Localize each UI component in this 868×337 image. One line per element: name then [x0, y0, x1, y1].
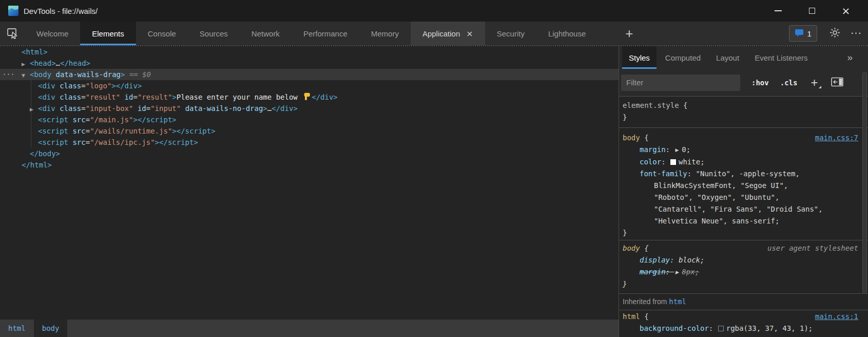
style-line[interactable]: margin: ▶0;: [623, 144, 858, 156]
dom-tree-row[interactable]: ▶<head>…</head>: [0, 58, 619, 69]
code-token: <script: [38, 138, 68, 146]
code-token: …: [56, 59, 60, 67]
dom-tree-row[interactable]: ▶<div class="input-box" id="input" data-…: [0, 103, 619, 114]
tab-lighthouse[interactable]: Lighthouse: [536, 22, 597, 45]
tab-security[interactable]: Security: [485, 22, 536, 45]
dom-tree-row[interactable]: <html>: [0, 46, 619, 58]
inspect-element-button[interactable]: [0, 22, 25, 45]
code-token: white;: [679, 158, 705, 166]
tab-welcome[interactable]: Welcome: [25, 22, 80, 45]
expand-node-icon[interactable]: ▶: [30, 104, 38, 115]
collapse-node-icon[interactable]: ▼: [22, 70, 30, 81]
style-line[interactable]: Inherited from html: [623, 296, 858, 308]
code-token: ></div>: [111, 82, 142, 90]
code-token: }: [623, 229, 627, 237]
code-token: {: [679, 101, 688, 109]
code-token: "Nunito", -apple-system,: [696, 170, 800, 178]
breadcrumb-item-body[interactable]: body: [34, 320, 68, 337]
style-line[interactable]: text-align: center;: [623, 334, 858, 337]
devtools-tabbar: WelcomeElementsConsoleSourcesNetworkPerf…: [0, 22, 868, 45]
tab-performance[interactable]: Performance: [292, 22, 359, 45]
color-swatch[interactable]: [718, 326, 724, 331]
toggle-pseudo-state-button[interactable]: :hov: [751, 79, 769, 87]
expand-value-icon: ▶: [675, 270, 679, 275]
tab-memory[interactable]: Memory: [359, 22, 411, 45]
code-token: {: [640, 244, 649, 252]
breadcrumb-item-html[interactable]: html: [0, 320, 34, 337]
tab-sources[interactable]: Sources: [188, 22, 240, 45]
tab-elements[interactable]: Elements: [80, 22, 136, 45]
code-token: =: [133, 93, 137, 101]
code-token: html: [669, 297, 686, 306]
stylesheet-source-link[interactable]: main.css:1: [815, 311, 858, 323]
tab-application[interactable]: Application×: [411, 22, 485, 45]
code-token: =: [81, 104, 85, 113]
more-tabs-button[interactable]: +: [619, 22, 639, 45]
style-line[interactable]: font-family: "Nunito", -apple-system,: [623, 168, 858, 180]
sidebar-more-tabs-button[interactable]: »: [847, 46, 853, 69]
styles-scrollbar[interactable]: [862, 72, 867, 294]
style-line[interactable]: "Cantarell", "Fira Sans", "Droid Sans",: [623, 203, 858, 215]
style-line[interactable]: }: [623, 111, 858, 123]
style-line[interactable]: color: white;: [623, 156, 858, 168]
dom-tree-row[interactable]: <script src="/wails/runtime.js"></script…: [0, 125, 619, 137]
tab-network[interactable]: Network: [240, 22, 292, 45]
new-style-rule-button[interactable]: +: [811, 76, 818, 90]
indent-spacer: [13, 99, 30, 100]
style-line[interactable]: "Helvetica Neue", sans-serif;: [623, 215, 858, 227]
settings-button[interactable]: [830, 27, 840, 40]
close-tab-icon[interactable]: ×: [466, 29, 473, 39]
expand-node-icon[interactable]: ▶: [22, 59, 30, 70]
code-token: src: [68, 116, 86, 124]
tab-console[interactable]: Console: [136, 22, 188, 45]
style-line[interactable]: body {main.css:7: [623, 132, 858, 144]
styles-filter-input[interactable]: [621, 74, 740, 91]
code-token: >: [263, 104, 267, 113]
code-token: </head>: [60, 59, 90, 67]
style-line[interactable]: }: [623, 227, 858, 239]
dom-tree-row[interactable]: ···▼<body data-wails-drag> == $0: [0, 69, 619, 80]
code-token: body: [623, 244, 640, 252]
dom-tree-row[interactable]: </body>: [0, 148, 619, 159]
code-token: <script: [38, 127, 68, 135]
toggle-element-classes-button[interactable]: .cls: [780, 79, 798, 87]
element-style-rule: element.style {}: [619, 97, 868, 128]
devtools-app-icon: [8, 6, 18, 16]
dom-tree-row[interactable]: <div class="result" id="result">Please e…: [0, 91, 619, 103]
expand-value-icon: ▶: [675, 147, 679, 153]
style-line[interactable]: display: block;: [623, 254, 858, 266]
styles-toolbar: :hov .cls +: [619, 69, 868, 97]
color-swatch[interactable]: [670, 159, 676, 165]
code-token: </div>: [312, 93, 338, 101]
style-line[interactable]: body {user agent stylesheet: [623, 242, 858, 254]
sidebar-tab-layout[interactable]: Layout: [709, 46, 746, 69]
style-line[interactable]: element.style {: [623, 100, 858, 111]
style-line[interactable]: background-color: rgba(33, 37, 43, 1);: [623, 323, 858, 334]
dom-tree-row[interactable]: <div class="logo"></div>: [0, 80, 619, 91]
code-token: "/wails/runtime.js": [90, 127, 172, 135]
style-line[interactable]: BlinkMacSystemFont, "Segoe UI",: [623, 180, 858, 192]
sidebar-tab-event-listeners[interactable]: Event Listeners: [748, 46, 814, 69]
titlebar: DevTools - file://wails/ ×: [0, 0, 868, 22]
minimize-button[interactable]: [766, 0, 790, 22]
feedback-badge-button[interactable]: 1: [789, 25, 817, 42]
code-token: }: [623, 113, 627, 121]
sidebar-tab-styles[interactable]: Styles: [622, 46, 657, 69]
badge-count: 1: [807, 29, 812, 38]
style-line[interactable]: html {main.css:1: [623, 311, 858, 323]
style-line[interactable]: margin: ▶8px;: [623, 266, 858, 278]
style-line[interactable]: }: [623, 278, 858, 290]
close-button[interactable]: ×: [834, 0, 858, 22]
style-line[interactable]: "Roboto", "Oxygen", "Ubuntu",: [623, 192, 858, 203]
more-options-button[interactable]: ···: [851, 27, 862, 40]
row-actions-icon[interactable]: ···: [2, 69, 14, 80]
stylesheet-source-link[interactable]: main.css:7: [815, 132, 858, 144]
dom-tree-row[interactable]: </html>: [0, 159, 619, 171]
sidebar-tab-computed[interactable]: Computed: [659, 46, 707, 69]
code-token: "logo": [86, 82, 112, 90]
dom-tree-row[interactable]: <script src="/wails/ipc.js"></script>: [0, 137, 619, 148]
toggle-computed-sidebar-button[interactable]: [831, 77, 844, 88]
sidebar-toggle-icon: [831, 77, 844, 88]
dom-tree-row[interactable]: <script src="/main.js"></script>: [0, 114, 619, 125]
maximize-button[interactable]: [800, 0, 824, 22]
